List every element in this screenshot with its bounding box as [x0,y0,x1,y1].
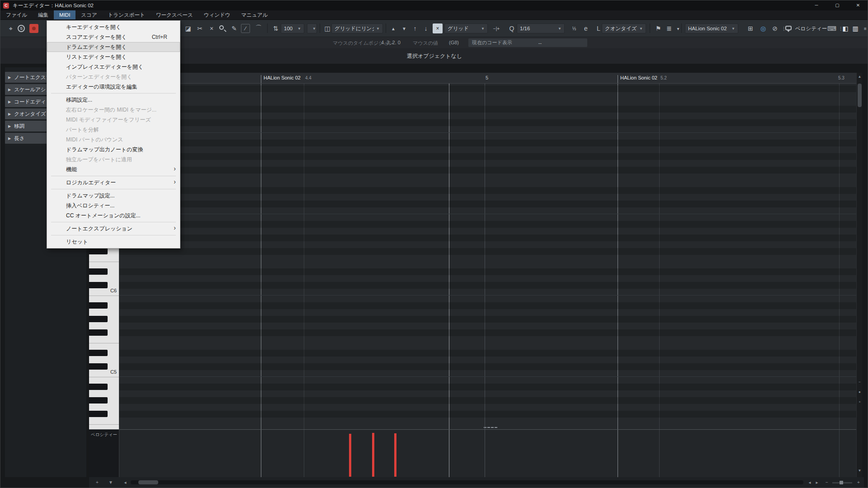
speaker-off-icon[interactable]: ⊘ [770,25,780,32]
hzoom-out-button[interactable]: − [822,477,831,488]
piano-black-key[interactable] [89,384,108,390]
menubar-item-manual[interactable]: マニュアル [236,10,274,19]
insert-velocity-value[interactable]: 100▼ [281,23,304,33]
piano-black-key[interactable] [89,350,108,356]
part-layers-icon[interactable]: ≣ [664,25,674,32]
grid-table-icon[interactable]: ⊞ [745,25,755,32]
piano-black-key[interactable] [89,282,108,288]
grid-area[interactable] [119,84,856,429]
scissors-icon[interactable]: ✂ [195,25,205,32]
piano-octave[interactable]: C4 [89,377,119,429]
quantize-q-icon[interactable]: Q [507,25,517,32]
mute-icon[interactable]: × [207,25,217,32]
menu-item[interactable]: スコアエディターを開くCtrl+R [47,32,180,42]
triplet-icon[interactable]: ⅓ [569,26,579,31]
menu-item[interactable]: 移調設定... [47,95,180,105]
record-button[interactable] [29,24,38,33]
vzoom-out-button[interactable]: − [857,380,863,384]
menubar-item-score[interactable]: スコア [75,10,102,19]
maximize-button[interactable]: ▢ [827,0,848,10]
velocity-lane-header[interactable]: ベロシティー [89,430,119,477]
menu-item[interactable]: CC オートメーションの設定... [47,211,180,221]
scroll-down-arrow-icon[interactable]: ▼ [857,469,863,473]
piano-black-key[interactable] [89,397,108,404]
vzoom-in-button[interactable]: + [857,400,863,404]
toolbar-setup-icon[interactable]: ≡ [860,26,868,31]
menu-item[interactable]: 機能› [47,164,180,174]
snap-type-select[interactable]: グリッド▼ [444,23,488,33]
piano-black-key[interactable] [89,316,108,322]
menubar-item-file[interactable]: ファイル [0,10,33,19]
event-colors-icon[interactable] [785,26,792,30]
menu-item[interactable]: インプレイスエディターを開く [47,62,180,72]
right-zone-toggle-icon[interactable]: ▥ [850,25,860,32]
menu-item[interactable]: 独立ループをパートに適用 [47,155,180,164]
length-quantize-select[interactable]: グリッドにリンク▼ [331,23,383,33]
event-colors-select[interactable]: ベロシティー [795,25,827,32]
menu-item[interactable]: キーエディターを開く [47,22,180,32]
menubar-item-transport[interactable]: トランスポート [103,10,151,19]
transpose-down-icon[interactable]: ↓ [421,25,431,32]
length-quantize-mode[interactable]: クオンタイズ.▼ [602,23,646,33]
curve-tool-icon[interactable]: ⌒ [254,24,264,33]
zoom-icon[interactable] [219,25,224,30]
part-select[interactable]: HALion Sonic 02▼ [685,23,738,33]
scroll-up-arrow-icon[interactable]: ▲ [857,75,863,79]
menubar-item-midi[interactable]: MIDI [54,10,75,19]
hzoom-slider-thumb[interactable] [840,481,843,484]
velocity-bars[interactable] [119,430,856,477]
pencil-icon[interactable]: ✎ [229,25,239,32]
menu-item[interactable]: ドラムエディターを開く [47,42,180,52]
ruler-markers[interactable]: HALion Sonic 024.45HALion Sonic 025.25.3 [119,73,856,84]
close-button[interactable]: ✕ [848,0,868,10]
keys-zoom-menu-button[interactable]: ▼ [106,477,115,488]
menu-item[interactable]: リストエディターを開く [47,52,180,62]
menu-item[interactable]: パターンエディターを開く [47,72,180,82]
piano-black-key[interactable] [89,411,108,417]
grid-plus-minus-icon[interactable]: −|+ [491,26,501,31]
piano-black-key[interactable] [89,329,108,336]
hscroll-track[interactable] [131,480,803,484]
menubar-item-window[interactable]: ウィンドウ [198,10,236,19]
menu-item[interactable]: MIDI モディファイアーをフリーズ [47,115,180,125]
menu-item[interactable]: エディターの環境設定を編集 [47,82,180,92]
menubar-item-edit[interactable]: 編集 [33,10,54,19]
pin-icon[interactable]: ⌖ [6,24,16,32]
menu-item[interactable]: ドラムマップ出力ノートの変換 [47,145,180,155]
menubar-item-workspace[interactable]: ワークスペース [151,10,198,19]
swing-icon[interactable]: e [581,25,591,32]
globe-icon[interactable]: ◎ [758,25,768,32]
menu-item[interactable]: パートを分解 [47,125,180,135]
menu-item[interactable]: ドラムマップ設定... [47,191,180,201]
velocity-bar[interactable] [349,434,351,477]
piano-black-key[interactable] [89,302,108,309]
menu-item[interactable]: ロジカルエディター› [47,178,180,188]
piano-black-key[interactable] [89,248,108,254]
insert-velocity-menu[interactable]: ▼ [307,23,317,33]
scroll-left-arrow-icon[interactable]: ◂ [121,477,130,488]
part-flag-icon[interactable]: ⚑ [653,25,663,32]
keys-zoom-plus-button[interactable]: + [93,477,102,488]
snap-toggle-button[interactable]: × [433,23,443,33]
menu-item[interactable]: 挿入ベロシティー... [47,201,180,211]
velocity-bar[interactable] [372,433,374,477]
quantize-preset-select[interactable]: 1/16▼ [517,23,565,33]
chord-display-box[interactable]: 現在のコード表示 -- [468,38,587,47]
hscroll-thumb[interactable] [138,480,158,484]
autoscroll-icon[interactable]: S [18,25,25,32]
piano-black-key[interactable] [89,363,108,370]
vscroll-thumb[interactable] [858,84,862,107]
grid-link-icon[interactable]: ◫ [322,25,332,32]
minimize-button[interactable]: ─ [806,0,827,10]
velocity-bar[interactable] [394,433,396,477]
move-down-icon[interactable]: ▼ [399,26,409,31]
left-zone-toggle-icon[interactable]: ◧ [840,25,850,32]
menu-item[interactable]: MIDI パートのバウンス [47,135,180,145]
scroll-right-arrow-icon[interactable]: ▸ [812,477,821,488]
menu-item[interactable]: 左右ロケーター間の MIDI をマージ... [47,105,180,115]
piano-octave[interactable]: C5 [89,296,119,377]
menu-item[interactable]: ノートエクスプレッション› [47,224,180,234]
move-up-icon[interactable]: ▲ [388,26,398,31]
eraser-icon[interactable]: ◪ [183,25,193,32]
hzoom-in-button[interactable]: + [854,477,863,488]
